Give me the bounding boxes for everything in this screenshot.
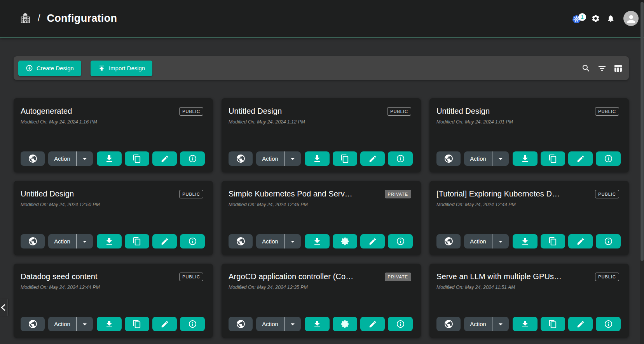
edit-button[interactable] <box>568 151 593 166</box>
design-card: Untitled Design PUBLIC Modified On: May … <box>14 181 213 255</box>
copy-button[interactable] <box>125 234 149 248</box>
download-button[interactable] <box>97 234 122 248</box>
visibility-globe-button[interactable] <box>21 317 45 331</box>
info-button[interactable] <box>388 151 413 166</box>
action-dropdown-button[interactable] <box>492 317 509 331</box>
action-dropdown-button[interactable] <box>284 151 301 166</box>
copy-button[interactable] <box>541 234 565 248</box>
swirl-button[interactable] <box>333 234 357 248</box>
action-button[interactable]: Action <box>464 151 492 166</box>
visibility-globe-button[interactable] <box>21 234 45 248</box>
info-icon <box>396 237 405 246</box>
edit-button[interactable] <box>152 234 177 248</box>
edit-button[interactable] <box>152 317 177 331</box>
action-split-button: Action <box>256 317 301 331</box>
visibility-globe-button[interactable] <box>229 317 253 331</box>
copy-button[interactable] <box>125 317 149 331</box>
action-dropdown-button[interactable] <box>492 234 509 248</box>
user-avatar[interactable] <box>623 11 639 26</box>
download-button[interactable] <box>305 234 330 248</box>
visibility-globe-button[interactable] <box>229 234 253 248</box>
design-title: Untitled Design <box>436 107 590 116</box>
action-button[interactable]: Action <box>48 234 76 248</box>
info-icon <box>604 320 613 328</box>
info-button[interactable] <box>596 317 621 331</box>
action-split-button: Action <box>464 151 509 166</box>
design-card: [Tutorial] Exploring Kubernetes D… PUBLI… <box>429 181 629 255</box>
organization-building-icon[interactable] <box>19 13 31 24</box>
visibility-globe-button[interactable] <box>436 151 461 166</box>
download-button[interactable] <box>513 151 538 166</box>
download-icon <box>312 237 322 246</box>
action-button[interactable]: Action <box>256 151 284 166</box>
table-view-icon[interactable] <box>613 64 623 73</box>
info-icon <box>604 237 613 246</box>
kubernetes-context-switcher[interactable]: 1 <box>568 10 585 27</box>
download-button[interactable] <box>513 317 538 331</box>
edit-button[interactable] <box>568 234 593 248</box>
info-button[interactable] <box>180 151 205 166</box>
action-dropdown-button[interactable] <box>492 151 509 166</box>
edit-button[interactable] <box>360 234 385 248</box>
card-actions-row: Action <box>229 151 414 166</box>
filter-list-icon[interactable] <box>597 64 607 73</box>
edit-button[interactable] <box>360 151 385 166</box>
notification-bell-icon[interactable] <box>604 10 618 27</box>
sidebar-collapse-toggle[interactable] <box>0 299 8 316</box>
info-button[interactable] <box>596 151 621 166</box>
info-icon <box>188 320 197 328</box>
designs-toolbar: Create Design Import Design <box>14 56 629 80</box>
context-count-badge: 1 <box>578 13 586 21</box>
download-button[interactable] <box>513 234 538 248</box>
info-icon <box>188 154 197 163</box>
action-split-button: Action <box>256 234 301 248</box>
action-dropdown-button[interactable] <box>284 317 301 331</box>
action-button[interactable]: Action <box>464 234 492 248</box>
edit-button[interactable] <box>568 317 593 331</box>
settings-gear-icon[interactable] <box>588 10 603 27</box>
visibility-badge: PUBLIC <box>595 190 619 198</box>
download-button[interactable] <box>97 317 122 331</box>
visibility-globe-button[interactable] <box>21 151 45 166</box>
action-button[interactable]: Action <box>464 317 492 331</box>
design-title: [Tutorial] Exploring Kubernetes D… <box>436 189 590 198</box>
design-title: Untitled Design <box>229 107 382 116</box>
swirl-button[interactable] <box>333 317 357 331</box>
edit-pencil-icon <box>368 155 377 163</box>
action-button[interactable]: Action <box>256 317 284 331</box>
copy-button[interactable] <box>541 151 565 166</box>
create-design-button[interactable]: Create Design <box>18 61 81 76</box>
visibility-globe-button[interactable] <box>436 234 461 248</box>
action-dropdown-button[interactable] <box>77 151 93 166</box>
edit-button[interactable] <box>360 317 385 331</box>
download-button[interactable] <box>97 151 122 166</box>
download-button[interactable] <box>305 151 330 166</box>
info-button[interactable] <box>596 234 621 248</box>
import-design-button[interactable]: Import Design <box>91 61 152 76</box>
design-modified-date: Modified On: May 24, 2024 12:35 PM <box>229 285 414 290</box>
download-button[interactable] <box>305 317 330 331</box>
visibility-globe-button[interactable] <box>436 317 461 331</box>
copy-button[interactable] <box>541 317 565 331</box>
add-circle-icon <box>26 64 33 72</box>
scrollbar-thumb[interactable] <box>641 2 644 261</box>
action-split-button: Action <box>48 317 93 331</box>
copy-icon <box>340 154 349 163</box>
visibility-globe-button[interactable] <box>229 151 253 166</box>
action-dropdown-button[interactable] <box>77 234 93 248</box>
info-button[interactable] <box>388 317 413 331</box>
scrollbar-track[interactable] <box>640 0 644 344</box>
copy-button[interactable] <box>333 151 357 166</box>
copy-button[interactable] <box>125 151 149 166</box>
edit-button[interactable] <box>152 151 177 166</box>
action-dropdown-button[interactable] <box>284 234 301 248</box>
info-button[interactable] <box>180 317 205 331</box>
info-button[interactable] <box>180 234 205 248</box>
search-icon[interactable] <box>581 64 591 73</box>
action-dropdown-button[interactable] <box>77 317 93 331</box>
info-button[interactable] <box>388 234 413 248</box>
action-button[interactable]: Action <box>256 234 284 248</box>
action-button[interactable]: Action <box>48 151 76 166</box>
card-header-row: ArgoCD application controller (Co… PRIVA… <box>229 272 414 281</box>
action-button[interactable]: Action <box>48 317 76 331</box>
